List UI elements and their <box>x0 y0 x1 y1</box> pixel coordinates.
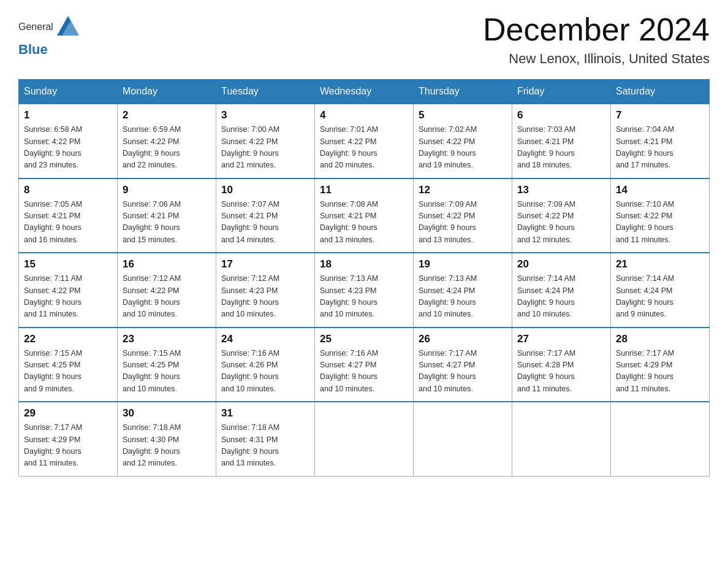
day-info: Sunrise: 7:18 AMSunset: 4:30 PMDaylight:… <box>123 422 211 470</box>
calendar-cell: 3Sunrise: 7:00 AMSunset: 4:22 PMDaylight… <box>216 104 315 178</box>
day-number: 5 <box>419 109 507 121</box>
calendar-cell <box>512 402 611 476</box>
day-info: Sunrise: 6:59 AMSunset: 4:22 PMDaylight:… <box>123 124 211 172</box>
calendar-cell: 20Sunrise: 7:14 AMSunset: 4:24 PMDayligh… <box>512 253 611 327</box>
day-info: Sunrise: 7:12 AMSunset: 4:23 PMDaylight:… <box>221 273 309 321</box>
day-number: 16 <box>123 258 211 270</box>
title-area: December 2024 New Lenox, Illinois, Unite… <box>483 12 710 67</box>
weekday-header-monday: Monday <box>118 80 216 104</box>
day-number: 4 <box>320 109 408 121</box>
day-number: 15 <box>24 258 112 270</box>
day-number: 13 <box>517 184 605 196</box>
day-number: 28 <box>616 333 704 345</box>
day-info: Sunrise: 7:16 AMSunset: 4:26 PMDaylight:… <box>221 348 309 396</box>
day-info: Sunrise: 7:15 AMSunset: 4:25 PMDaylight:… <box>24 348 112 396</box>
day-number: 27 <box>517 333 605 345</box>
week-row-5: 29Sunrise: 7:17 AMSunset: 4:29 PMDayligh… <box>19 402 710 476</box>
day-info: Sunrise: 7:15 AMSunset: 4:25 PMDaylight:… <box>123 348 211 396</box>
day-info: Sunrise: 7:03 AMSunset: 4:21 PMDaylight:… <box>517 124 605 172</box>
day-number: 22 <box>24 333 112 345</box>
calendar-cell: 31Sunrise: 7:18 AMSunset: 4:31 PMDayligh… <box>216 402 315 476</box>
calendar-cell: 14Sunrise: 7:10 AMSunset: 4:22 PMDayligh… <box>611 178 710 253</box>
day-number: 9 <box>123 184 211 196</box>
day-number: 11 <box>320 184 408 196</box>
calendar-cell: 7Sunrise: 7:04 AMSunset: 4:21 PMDaylight… <box>611 104 710 178</box>
day-info: Sunrise: 7:02 AMSunset: 4:22 PMDaylight:… <box>419 124 507 172</box>
week-row-3: 15Sunrise: 7:11 AMSunset: 4:22 PMDayligh… <box>19 253 710 327</box>
day-number: 21 <box>616 258 704 270</box>
day-number: 17 <box>221 258 309 270</box>
page-header: General Blue December 2024 New Lenox, Il… <box>18 12 710 67</box>
day-info: Sunrise: 7:18 AMSunset: 4:31 PMDaylight:… <box>221 422 309 470</box>
weekday-header-sunday: Sunday <box>19 80 118 104</box>
day-number: 30 <box>123 407 211 419</box>
day-info: Sunrise: 7:14 AMSunset: 4:24 PMDaylight:… <box>517 273 605 321</box>
day-number: 25 <box>320 333 408 345</box>
logo-blue-text: Blue <box>18 42 48 58</box>
calendar-cell: 27Sunrise: 7:17 AMSunset: 4:28 PMDayligh… <box>512 327 611 402</box>
calendar-cell: 19Sunrise: 7:13 AMSunset: 4:24 PMDayligh… <box>414 253 512 327</box>
day-number: 19 <box>419 258 507 270</box>
calendar-cell: 25Sunrise: 7:16 AMSunset: 4:27 PMDayligh… <box>315 327 414 402</box>
day-info: Sunrise: 7:11 AMSunset: 4:22 PMDaylight:… <box>24 273 112 321</box>
day-info: Sunrise: 7:17 AMSunset: 4:28 PMDaylight:… <box>517 348 605 396</box>
calendar-cell: 17Sunrise: 7:12 AMSunset: 4:23 PMDayligh… <box>216 253 315 327</box>
day-number: 26 <box>419 333 507 345</box>
calendar-cell: 4Sunrise: 7:01 AMSunset: 4:22 PMDaylight… <box>315 104 414 178</box>
calendar-cell: 28Sunrise: 7:17 AMSunset: 4:29 PMDayligh… <box>611 327 710 402</box>
calendar-cell: 2Sunrise: 6:59 AMSunset: 4:22 PMDaylight… <box>118 104 216 178</box>
day-info: Sunrise: 7:17 AMSunset: 4:27 PMDaylight:… <box>419 348 507 396</box>
day-info: Sunrise: 6:58 AMSunset: 4:22 PMDaylight:… <box>24 124 112 172</box>
calendar-cell: 30Sunrise: 7:18 AMSunset: 4:30 PMDayligh… <box>118 402 216 476</box>
day-info: Sunrise: 7:06 AMSunset: 4:21 PMDaylight:… <box>123 199 211 247</box>
day-info: Sunrise: 7:04 AMSunset: 4:21 PMDaylight:… <box>616 124 704 172</box>
calendar-cell: 15Sunrise: 7:11 AMSunset: 4:22 PMDayligh… <box>19 253 118 327</box>
month-title: December 2024 <box>483 12 710 47</box>
day-number: 7 <box>616 109 704 121</box>
day-info: Sunrise: 7:17 AMSunset: 4:29 PMDaylight:… <box>24 422 112 470</box>
weekday-header-friday: Friday <box>512 80 611 104</box>
calendar-cell: 21Sunrise: 7:14 AMSunset: 4:24 PMDayligh… <box>611 253 710 327</box>
day-number: 12 <box>419 184 507 196</box>
day-number: 18 <box>320 258 408 270</box>
calendar-cell: 11Sunrise: 7:08 AMSunset: 4:21 PMDayligh… <box>315 178 414 253</box>
day-info: Sunrise: 7:13 AMSunset: 4:23 PMDaylight:… <box>320 273 408 321</box>
weekday-header-tuesday: Tuesday <box>216 80 315 104</box>
logo-general-text: General <box>18 21 53 33</box>
calendar-cell <box>414 402 512 476</box>
day-number: 31 <box>221 407 309 419</box>
calendar-cell: 12Sunrise: 7:09 AMSunset: 4:22 PMDayligh… <box>414 178 512 253</box>
calendar-cell: 23Sunrise: 7:15 AMSunset: 4:25 PMDayligh… <box>118 327 216 402</box>
day-number: 2 <box>123 109 211 121</box>
day-number: 8 <box>24 184 112 196</box>
day-number: 29 <box>24 407 112 419</box>
weekday-header-row: SundayMondayTuesdayWednesdayThursdayFrid… <box>19 80 710 104</box>
calendar-cell: 26Sunrise: 7:17 AMSunset: 4:27 PMDayligh… <box>414 327 512 402</box>
week-row-1: 1Sunrise: 6:58 AMSunset: 4:22 PMDaylight… <box>19 104 710 178</box>
day-info: Sunrise: 7:12 AMSunset: 4:22 PMDaylight:… <box>123 273 211 321</box>
calendar-cell: 13Sunrise: 7:09 AMSunset: 4:22 PMDayligh… <box>512 178 611 253</box>
week-row-4: 22Sunrise: 7:15 AMSunset: 4:25 PMDayligh… <box>19 327 710 402</box>
calendar-cell: 9Sunrise: 7:06 AMSunset: 4:21 PMDaylight… <box>118 178 216 253</box>
weekday-header-wednesday: Wednesday <box>315 80 414 104</box>
week-row-2: 8Sunrise: 7:05 AMSunset: 4:21 PMDaylight… <box>19 178 710 253</box>
calendar-cell: 29Sunrise: 7:17 AMSunset: 4:29 PMDayligh… <box>19 402 118 476</box>
day-number: 1 <box>24 109 112 121</box>
weekday-header-saturday: Saturday <box>611 80 710 104</box>
weekday-header-thursday: Thursday <box>414 80 512 104</box>
calendar-cell: 16Sunrise: 7:12 AMSunset: 4:22 PMDayligh… <box>118 253 216 327</box>
day-number: 20 <box>517 258 605 270</box>
calendar-cell: 8Sunrise: 7:05 AMSunset: 4:21 PMDaylight… <box>19 178 118 253</box>
day-number: 24 <box>221 333 309 345</box>
day-number: 23 <box>123 333 211 345</box>
location-title: New Lenox, Illinois, United States <box>483 51 710 67</box>
day-info: Sunrise: 7:17 AMSunset: 4:29 PMDaylight:… <box>616 348 704 396</box>
day-info: Sunrise: 7:14 AMSunset: 4:24 PMDaylight:… <box>616 273 704 321</box>
day-info: Sunrise: 7:01 AMSunset: 4:22 PMDaylight:… <box>320 124 408 172</box>
day-number: 10 <box>221 184 309 196</box>
day-info: Sunrise: 7:09 AMSunset: 4:22 PMDaylight:… <box>517 199 605 247</box>
day-info: Sunrise: 7:16 AMSunset: 4:27 PMDaylight:… <box>320 348 408 396</box>
calendar-cell: 18Sunrise: 7:13 AMSunset: 4:23 PMDayligh… <box>315 253 414 327</box>
day-info: Sunrise: 7:05 AMSunset: 4:21 PMDaylight:… <box>24 199 112 247</box>
calendar-cell <box>611 402 710 476</box>
